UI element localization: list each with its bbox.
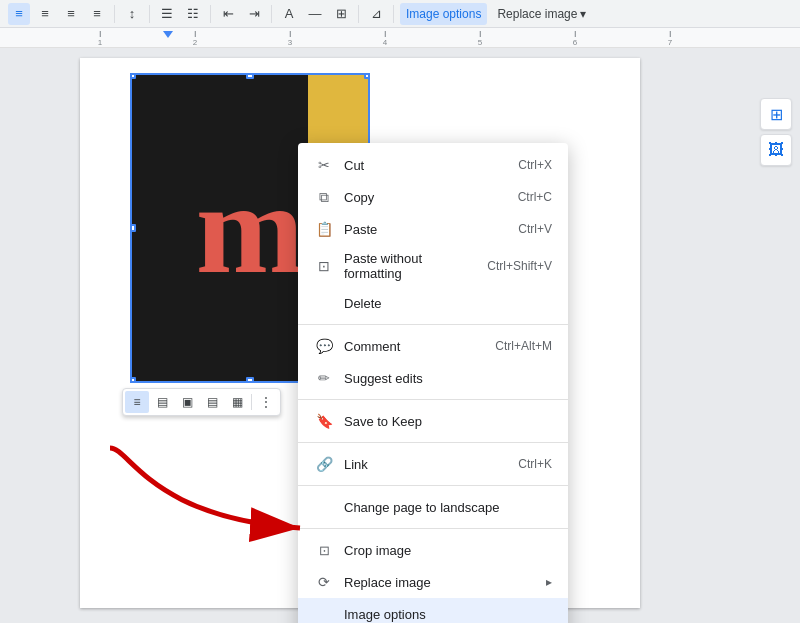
handle-top-left[interactable] [130,73,136,79]
panel-btn-add[interactable]: ⊞ [760,98,792,130]
handle-top-middle[interactable] [246,73,254,79]
paste-no-format-label: Paste without formatting [344,251,479,281]
highlight-icon[interactable]: A [278,3,300,25]
img-more-btn[interactable]: ⋮ [254,391,278,413]
sep5 [358,5,359,23]
menu-item-replace[interactable]: ⟳ Replace image ▸ [298,566,568,598]
comment-label: Comment [344,339,487,354]
cut-label: Cut [344,158,510,173]
crop-icon: ⊡ [314,540,334,560]
img-align-left-btn[interactable]: ▤ [150,391,174,413]
menu-item-delete[interactable]: Delete [298,287,568,319]
paste-no-format-shortcut: Ctrl+Shift+V [487,259,552,273]
img-wrap-btn[interactable]: ▦ [225,391,249,413]
ruler-mark-2: 2 [193,31,197,47]
indent-more-icon[interactable]: ⇥ [243,3,265,25]
comment-shortcut: Ctrl+Alt+M [495,339,552,353]
delete-label: Delete [344,296,552,311]
align-left-icon[interactable]: ≡ [8,3,30,25]
align-justify-icon[interactable]: ≡ [86,3,108,25]
handle-top-right[interactable] [364,73,370,79]
paste-label: Paste [344,222,510,237]
copy-shortcut: Ctrl+C [518,190,552,204]
ruler-mark-4: 4 [383,31,387,47]
divider-5 [298,528,568,529]
img-align-center-btn[interactable]: ▣ [175,391,199,413]
ruler-mark-1: 1 [98,31,102,47]
paste-shortcut: Ctrl+V [518,222,552,236]
replace-image-label: Replace image [497,7,577,21]
ruler-marks: 1 2 3 4 5 6 7 [0,28,800,47]
menu-item-comment[interactable]: 💬 Comment Ctrl+Alt+M [298,330,568,362]
replace-icon: ⟳ [314,572,334,592]
indent-less-icon[interactable]: ⇤ [217,3,239,25]
menu-item-paste[interactable]: 📋 Paste Ctrl+V [298,213,568,245]
img-align-right-btn[interactable]: ▤ [200,391,224,413]
table-icon[interactable]: ⊞ [330,3,352,25]
menu-item-image-options[interactable]: Image options [298,598,568,623]
paste-no-format-icon: ⊡ [314,256,334,276]
right-panel: ⊞ 🖼 [760,98,792,166]
ruler-mark-5: 5 [478,31,482,47]
replace-label: Replace image [344,575,546,590]
numbered-list-icon[interactable]: ☷ [182,3,204,25]
img-toolbar-sep [251,394,252,410]
menu-item-landscape[interactable]: Change page to landscape [298,491,568,523]
paste-icon: 📋 [314,219,334,239]
link-label: Link [344,457,510,472]
keep-icon: 🔖 [314,411,334,431]
menu-item-keep[interactable]: 🔖 Save to Keep [298,405,568,437]
line-spacing-icon[interactable]: ↕ [121,3,143,25]
suggest-label: Suggest edits [344,371,552,386]
cut-shortcut: Ctrl+X [518,158,552,172]
menu-item-cut[interactable]: ✂ Cut Ctrl+X [298,149,568,181]
panel-btn-image[interactable]: 🖼 [760,134,792,166]
align-right-icon[interactable]: ≡ [60,3,82,25]
img-align-inline-btn[interactable]: ≡ [125,391,149,413]
align-center-icon[interactable]: ≡ [34,3,56,25]
divider-1 [298,324,568,325]
handle-middle-left[interactable] [130,224,136,232]
ruler-triangle[interactable] [163,31,173,38]
suggest-icon: ✏ [314,368,334,388]
link-icon: 🔗 [314,454,334,474]
main-toolbar: ≡ ≡ ≡ ≡ ↕ ☰ ☷ ⇤ ⇥ A — ⊞ ⊿ Image options … [0,0,800,28]
image-alignment-toolbar: ≡ ▤ ▣ ▤ ▦ ⋮ [122,388,281,416]
sep3 [210,5,211,23]
menu-item-crop[interactable]: ⊡ Crop image [298,534,568,566]
copy-label: Copy [344,190,510,205]
image-options-button[interactable]: Image options [400,3,487,25]
copy-icon: ⧉ [314,187,334,207]
replace-image-button[interactable]: Replace image ▾ [491,3,592,25]
menu-item-paste-no-format[interactable]: ⊡ Paste without formatting Ctrl+Shift+V [298,245,568,287]
handle-bottom-left[interactable] [130,377,136,383]
image-options-label: Image options [406,7,481,21]
sep4 [271,5,272,23]
menu-item-suggest[interactable]: ✏ Suggest edits [298,362,568,394]
divider-2 [298,399,568,400]
cut-icon: ✂ [314,155,334,175]
ruler-mark-6: 6 [573,31,577,47]
crop-label: Crop image [344,543,552,558]
image-content: m [196,163,304,293]
divider-4 [298,485,568,486]
keep-label: Save to Keep [344,414,552,429]
link-shortcut: Ctrl+K [518,457,552,471]
ruler: 1 2 3 4 5 6 7 [0,28,800,48]
context-menu: ✂ Cut Ctrl+X ⧉ Copy Ctrl+C 📋 Paste Ctrl+… [298,143,568,623]
special-icon[interactable]: ⊿ [365,3,387,25]
divider-3 [298,442,568,443]
sep6 [393,5,394,23]
ruler-mark-3: 3 [288,31,292,47]
menu-item-link[interactable]: 🔗 Link Ctrl+K [298,448,568,480]
bullets-icon[interactable]: ☰ [156,3,178,25]
format-icon[interactable]: — [304,3,326,25]
sep2 [149,5,150,23]
sep1 [114,5,115,23]
document-area: m ≡ ▤ ▣ ▤ ▦ ⋮ ✂ Cut Ctrl+X [0,48,800,623]
menu-item-copy[interactable]: ⧉ Copy Ctrl+C [298,181,568,213]
handle-bottom-middle[interactable] [246,377,254,383]
image-options-menu-label: Image options [344,607,552,622]
ruler-mark-7: 7 [668,31,672,47]
landscape-label: Change page to landscape [344,500,552,515]
